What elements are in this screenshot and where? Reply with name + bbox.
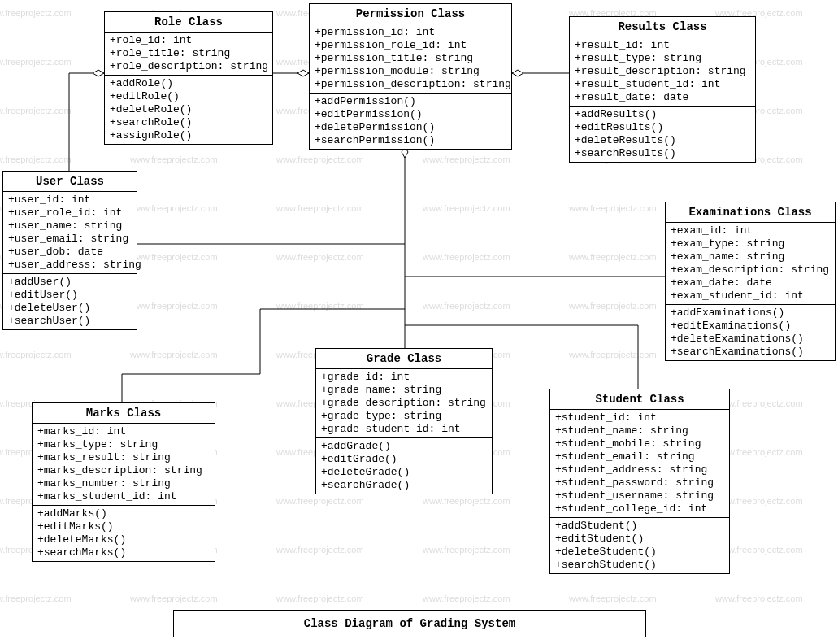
attribute-row: +marks_description: string — [37, 464, 210, 477]
attribute-row: +permission_title: string — [315, 52, 506, 65]
operation-row: +editPermission() — [315, 108, 506, 121]
attribute-row: +result_description: string — [575, 65, 750, 78]
operation-row: +editGrade() — [321, 453, 487, 466]
operations-section: +addPermission()+editPermission()+delete… — [310, 94, 511, 149]
operation-row: +deleteUser() — [8, 302, 132, 315]
operation-row: +deleteStudent() — [555, 546, 724, 559]
operation-row: +searchExaminations() — [671, 346, 830, 359]
attribute-row: +marks_number: string — [37, 477, 210, 490]
attribute-row: +exam_description: string — [671, 263, 830, 276]
operation-row: +addMarks() — [37, 507, 210, 520]
attribute-row: +user_name: string — [8, 220, 132, 233]
operations-section: +addUser()+editUser()+deleteUser()+searc… — [3, 274, 137, 329]
operation-row: +searchUser() — [8, 315, 132, 328]
operation-row: +searchPermission() — [315, 134, 506, 147]
attribute-row: +grade_type: string — [321, 410, 487, 423]
attribute-row: +result_type: string — [575, 52, 750, 65]
operation-row: +searchMarks() — [37, 546, 210, 559]
operation-row: +editUser() — [8, 289, 132, 302]
operations-section: +addResults()+editResults()+deleteResult… — [570, 107, 755, 162]
attribute-row: +role_description: string — [110, 60, 267, 73]
attribute-row: +exam_id: int — [671, 224, 830, 237]
class-role: Role Class+role_id: int+role_title: stri… — [104, 11, 273, 145]
diagram-canvas: Permission Class+permission_id: int+perm… — [0, 0, 838, 644]
attributes-section: +exam_id: int+exam_type: string+exam_nam… — [666, 223, 835, 305]
attributes-section: +result_id: int+result_type: string+resu… — [570, 37, 755, 107]
operation-row: +editMarks() — [37, 520, 210, 533]
class-title: Results Class — [570, 17, 755, 37]
class-title: Marks Class — [33, 403, 215, 424]
operation-row: +searchRole() — [110, 116, 267, 129]
operation-row: +addStudent() — [555, 520, 724, 533]
attribute-row: +grade_id: int — [321, 371, 487, 384]
attribute-row: +user_email: string — [8, 233, 132, 246]
operation-row: +deleteMarks() — [37, 533, 210, 546]
operation-row: +addRole() — [110, 77, 267, 90]
operation-row: +addUser() — [8, 276, 132, 289]
class-student: Student Class+student_id: int+student_na… — [549, 389, 730, 574]
operation-row: +addPermission() — [315, 95, 506, 108]
attribute-row: +marks_type: string — [37, 438, 210, 451]
operation-row: +searchStudent() — [555, 559, 724, 572]
attributes-section: +marks_id: int+marks_type: string+marks_… — [33, 424, 215, 506]
operations-section: +addGrade()+editGrade()+deleteGrade()+se… — [316, 438, 492, 494]
class-title: Role Class — [105, 12, 272, 33]
class-title: Grade Class — [316, 349, 492, 369]
operation-row: +addExaminations() — [671, 307, 830, 320]
attribute-row: +marks_id: int — [37, 425, 210, 438]
class-title: Permission Class — [310, 4, 511, 24]
operation-row: +addResults() — [575, 108, 750, 121]
operation-row: +editRole() — [110, 90, 267, 103]
operation-row: +editStudent() — [555, 533, 724, 546]
attribute-row: +result_date: date — [575, 91, 750, 104]
operations-section: +addExaminations()+editExaminations()+de… — [666, 305, 835, 360]
attribute-row: +student_username: string — [555, 490, 724, 503]
operation-row: +editExaminations() — [671, 320, 830, 333]
attribute-row: +user_dob: date — [8, 246, 132, 259]
attributes-section: +user_id: int+user_role_id: int+user_nam… — [3, 192, 137, 274]
class-title: Examinations Class — [666, 202, 835, 223]
attribute-row: +result_student_id: int — [575, 78, 750, 91]
operation-row: +addGrade() — [321, 440, 487, 453]
attribute-row: +role_id: int — [110, 34, 267, 47]
attributes-section: +role_id: int+role_title: string+role_de… — [105, 33, 272, 76]
class-title: Student Class — [550, 389, 729, 410]
attribute-row: +exam_name: string — [671, 250, 830, 263]
attribute-row: +user_role_id: int — [8, 207, 132, 220]
operation-row: +deletePermission() — [315, 121, 506, 134]
attribute-row: +result_id: int — [575, 39, 750, 52]
class-marks: Marks Class+marks_id: int+marks_type: st… — [32, 402, 215, 562]
attribute-row: +student_email: string — [555, 450, 724, 463]
class-results: Results Class+result_id: int+result_type… — [569, 16, 756, 163]
attribute-row: +student_password: string — [555, 476, 724, 490]
attribute-row: +user_id: int — [8, 194, 132, 207]
attribute-row: +role_title: string — [110, 47, 267, 60]
attribute-row: +permission_module: string — [315, 65, 506, 78]
operation-row: +editResults() — [575, 121, 750, 134]
attribute-row: +permission_role_id: int — [315, 39, 506, 52]
attributes-section: +grade_id: int+grade_name: string+grade_… — [316, 369, 492, 438]
operations-section: +addStudent()+editStudent()+deleteStuden… — [550, 518, 729, 573]
class-user: User Class+user_id: int+user_role_id: in… — [2, 171, 137, 330]
attribute-row: +student_id: int — [555, 411, 724, 424]
operations-section: +addRole()+editRole()+deleteRole()+searc… — [105, 76, 272, 144]
attribute-row: +student_name: string — [555, 424, 724, 437]
attribute-row: +permission_id: int — [315, 26, 506, 39]
attribute-row: +permission_description: string — [315, 78, 506, 91]
attributes-section: +student_id: int+student_name: string+st… — [550, 410, 729, 518]
class-title: User Class — [3, 172, 137, 192]
attribute-row: +exam_student_id: int — [671, 289, 830, 302]
operation-row: +assignRole() — [110, 129, 267, 142]
attribute-row: +student_mobile: string — [555, 437, 724, 450]
attribute-row: +marks_result: string — [37, 451, 210, 464]
operation-row: +searchResults() — [575, 147, 750, 160]
operation-row: +deleteExaminations() — [671, 333, 830, 346]
attribute-row: +exam_type: string — [671, 237, 830, 250]
operation-row: +deleteRole() — [110, 103, 267, 116]
attribute-row: +user_address: string — [8, 259, 132, 272]
attribute-row: +grade_student_id: int — [321, 423, 487, 436]
class-permission: Permission Class+permission_id: int+perm… — [309, 3, 512, 150]
attributes-section: +permission_id: int+permission_role_id: … — [310, 24, 511, 94]
attribute-row: +marks_student_id: int — [37, 490, 210, 503]
operation-row: +deleteResults() — [575, 134, 750, 147]
